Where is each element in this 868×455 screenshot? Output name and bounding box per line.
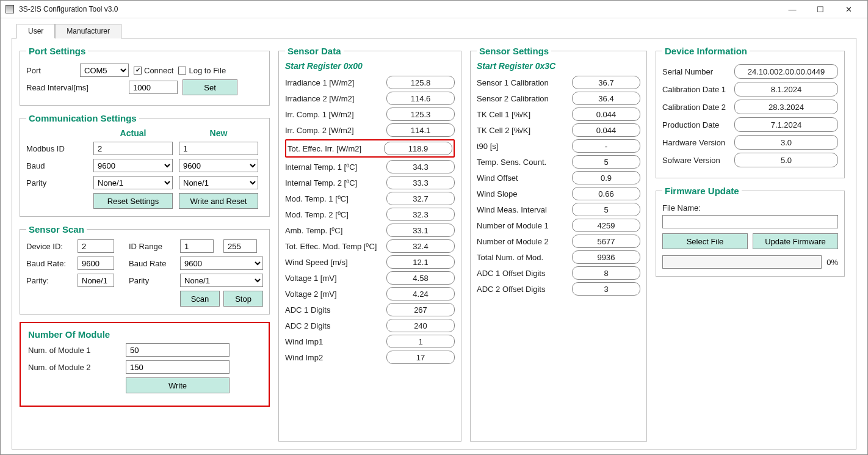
sensor-data-value: 114.1 [386, 123, 455, 137]
minimize-button[interactable]: — [778, 1, 806, 18]
sensor-settings-subheader: Start Register 0x3C [477, 61, 640, 71]
sensor-setting-value: 3 [572, 282, 640, 296]
app-window: 3S-2IS Configuration Tool v3.0 — ☐ ✕ Use… [0, 0, 868, 455]
port-label: Port [26, 66, 75, 75]
baud-rate-value [78, 257, 114, 270]
sensor-data-value: 33.3 [386, 176, 455, 189]
device-info-value: 7.1.2024 [734, 117, 838, 132]
device-info-row: Calibration Date 228.3.2024 [662, 100, 838, 114]
sensor-scan-legend: Sensor Scan [26, 224, 87, 235]
num-module-1-input[interactable] [126, 343, 230, 357]
write-and-reset-button[interactable]: Write and Reset [179, 193, 258, 209]
sensor-setting-label: TK Cell 2 [%/K] [477, 126, 572, 135]
sensor-setting-value: 5677 [572, 235, 640, 248]
port-select[interactable]: COM5 [80, 64, 129, 77]
sensor-setting-label: Number of Module 2 [477, 237, 572, 246]
close-button[interactable]: ✕ [834, 1, 863, 18]
select-file-button[interactable]: Select File [662, 233, 748, 249]
sensor-data-value: 34.3 [386, 160, 455, 173]
sensor-data-row: ADC 2 Digits240 [285, 319, 455, 332]
parity-label: Parity [26, 178, 87, 187]
baud-label: Baud [26, 161, 87, 170]
sensor-data-value: 125.3 [386, 107, 455, 121]
sensor-data-subheader: Start Register 0x00 [285, 61, 455, 71]
sensor-setting-row: Wind Meas. Interval5 [477, 203, 640, 216]
sensor-data-row: Wind Speed [m/s]12.1 [285, 255, 455, 269]
window-title: 3S-2IS Configuration Tool v3.0 [19, 5, 118, 13]
num-module-1-label: Num. of Module 1 [28, 346, 120, 355]
sensor-data-row: Voltage 1 [mV]4.58 [285, 271, 455, 285]
sensor-data-value: 240 [386, 319, 455, 332]
communication-settings-group: Communication Settings Actual New Modbus… [20, 113, 270, 217]
file-name-input[interactable] [662, 215, 838, 228]
tab-manufacturer[interactable]: Manufacturer [55, 24, 121, 38]
write-module-button[interactable]: Write [126, 377, 230, 393]
sensor-data-label: Tot. Effec. Irr. [W/m2] [288, 144, 384, 153]
page-user: Port Settings Port COM5 ✔Connect Log to … [12, 38, 856, 450]
id-range-from[interactable] [180, 239, 214, 253]
baud-actual-select[interactable]: 9600 [93, 159, 173, 172]
sensor-data-row: Tot. Effec. Irr. [W/m2]118.9 [288, 142, 452, 155]
num-module-2-input[interactable] [126, 360, 230, 374]
stop-button[interactable]: Stop [223, 291, 263, 307]
log-to-file-checkbox[interactable]: Log to File [178, 66, 226, 75]
baud-rate-select[interactable]: 9600 [180, 257, 263, 270]
sensor-data-label: Irr. Comp. 2 [W/m2] [285, 126, 386, 135]
sensor-scan-group: Sensor Scan Device ID: ID Range Baud Rat… [20, 224, 270, 315]
sensor-data-label: Tot. Effec. Mod. Temp [⁰C] [285, 242, 386, 251]
firmware-update-group: Firmware Update File Name: Select File U… [656, 186, 845, 277]
device-info-label: Calibration Date 1 [662, 85, 734, 94]
firmware-progress-bar [662, 255, 822, 269]
reset-settings-button[interactable]: Reset Settings [93, 193, 173, 209]
sensor-data-value: 32.4 [386, 239, 455, 253]
scan-button[interactable]: Scan [180, 291, 220, 307]
sensor-data-value: 4.58 [386, 271, 455, 285]
sensor-data-value: 267 [386, 303, 455, 316]
titlebar: 3S-2IS Configuration Tool v3.0 — ☐ ✕ [1, 1, 867, 18]
update-firmware-button[interactable]: Update Firmware [753, 233, 838, 249]
parity-new-select[interactable]: None/1 [179, 176, 258, 189]
sensor-data-row: ADC 1 Digits267 [285, 303, 455, 316]
actual-header: Actual [93, 128, 173, 138]
device-info-label: Sofware Version [662, 156, 734, 165]
device-info-value: 24.10.002.00.00.0449 [734, 64, 838, 79]
sensor-data-label: Irradiance 2 [W/m2] [285, 94, 386, 103]
sensor-data-value: 32.7 [386, 192, 455, 205]
number-of-module-group: Number Of Module Num. of Module 1 Num. o… [20, 322, 270, 407]
port-settings-legend: Port Settings [26, 46, 88, 56]
sensor-setting-value: 0.9 [572, 171, 640, 184]
port-settings-group: Port Settings Port COM5 ✔Connect Log to … [20, 46, 270, 106]
sensor-data-label: Internal Temp. 1 [⁰C] [285, 162, 386, 172]
read-interval-input[interactable] [129, 81, 178, 94]
device-info-value: 3.0 [734, 135, 838, 150]
sensor-data-row: Irradiance 1 [W/m2]125.8 [285, 76, 455, 89]
sensor-setting-row: Sensor 1 Calibration36.7 [477, 76, 640, 89]
sensor-data-label: Voltage 2 [mV] [285, 289, 386, 299]
sensor-data-value: 33.1 [386, 224, 455, 237]
device-info-value: 5.0 [734, 153, 838, 167]
sensor-setting-row: Number of Module 14259 [477, 219, 640, 232]
baud-new-select[interactable]: 9600 [179, 159, 258, 172]
device-info-row: Hardware Version3.0 [662, 135, 838, 150]
sensor-data-label: Internal Temp. 2 [⁰C] [285, 178, 386, 187]
sensor-setting-label: ADC 2 Offset Digits [477, 285, 572, 294]
device-id-value [78, 239, 114, 253]
sensor-setting-value: 0.66 [572, 187, 640, 200]
sensor-data-legend: Sensor Data [285, 46, 344, 56]
parity-scan-select[interactable]: None/1 [180, 274, 263, 287]
device-info-label: Hardware Version [662, 138, 734, 147]
set-button[interactable]: Set [183, 79, 237, 95]
connect-checkbox[interactable]: ✔Connect [134, 66, 173, 75]
modbus-id-new[interactable] [179, 142, 258, 155]
tab-user[interactable]: User [16, 24, 55, 38]
maximize-button[interactable]: ☐ [806, 1, 834, 18]
parity-actual-select[interactable]: None/1 [93, 176, 173, 189]
id-range-to[interactable] [223, 239, 257, 253]
sensor-data-label: ADC 1 Digits [285, 305, 386, 315]
modbus-id-actual[interactable] [93, 142, 173, 155]
sensor-setting-row: Wind Slope0.66 [477, 187, 640, 200]
sensor-data-row: Internal Temp. 2 [⁰C]33.3 [285, 176, 455, 189]
sensor-data-row: Wind Imp217 [285, 351, 455, 364]
sensor-setting-value: 4259 [572, 219, 640, 232]
sensor-data-label: ADC 2 Digits [285, 321, 386, 330]
